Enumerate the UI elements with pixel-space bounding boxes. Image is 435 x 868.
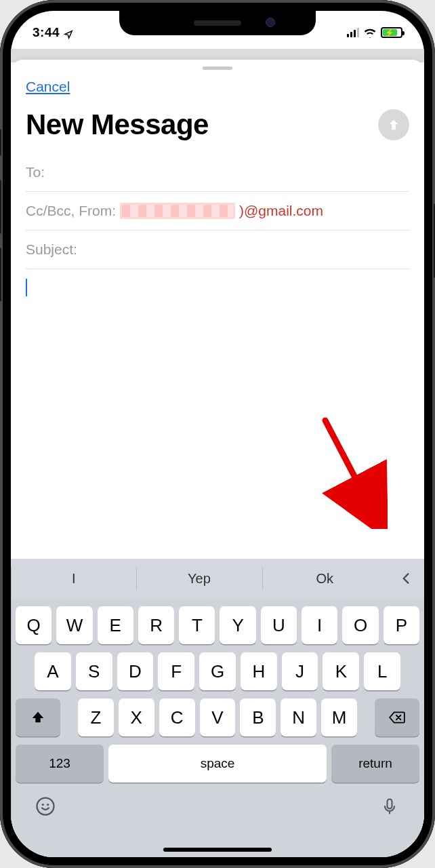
chevron-left-icon xyxy=(399,572,413,585)
key-t[interactable]: T xyxy=(179,606,215,644)
svg-point-2 xyxy=(47,804,49,806)
suggestion-2[interactable]: Yep xyxy=(136,559,262,598)
text-caret xyxy=(26,279,27,296)
dictation-button[interactable] xyxy=(378,795,401,818)
key-p[interactable]: P xyxy=(384,606,419,644)
microphone-icon xyxy=(380,797,399,816)
annotation-arrow xyxy=(313,414,388,529)
key-d[interactable]: D xyxy=(117,652,154,690)
key-e[interactable]: E xyxy=(98,606,133,644)
cc-bcc-from-label: Cc/Bcc, From: xyxy=(26,203,116,219)
emoji-button[interactable] xyxy=(34,795,57,818)
key-j[interactable]: J xyxy=(282,652,318,690)
key-l[interactable]: L xyxy=(364,652,400,690)
notch xyxy=(119,11,316,35)
suggestion-bar: I Yep Ok xyxy=(11,559,424,598)
svg-point-0 xyxy=(37,798,54,815)
subject-field[interactable]: Subject: xyxy=(26,231,409,269)
svg-rect-3 xyxy=(388,800,392,809)
key-c[interactable]: C xyxy=(159,698,195,736)
from-email-redacted xyxy=(120,203,235,219)
key-n[interactable]: N xyxy=(281,698,316,736)
message-body-input[interactable] xyxy=(11,269,424,351)
key-h[interactable]: H xyxy=(241,652,277,690)
arrow-up-icon xyxy=(386,117,401,132)
shift-icon xyxy=(30,710,45,725)
svg-point-1 xyxy=(42,804,44,806)
sheet-grabber[interactable] xyxy=(203,66,232,70)
status-time: 3:44 xyxy=(33,25,60,40)
key-q[interactable]: Q xyxy=(16,606,51,644)
key-r[interactable]: R xyxy=(138,606,174,644)
numbers-key[interactable]: 123 xyxy=(16,745,104,783)
compose-sheet: Cancel New Message To: Cc/Bcc, From: )@g… xyxy=(11,60,424,857)
return-key[interactable]: return xyxy=(331,745,419,783)
battery-icon: ⚡ xyxy=(381,27,402,38)
send-button[interactable] xyxy=(378,109,409,140)
suggestion-3[interactable]: Ok xyxy=(262,559,388,598)
backspace-key[interactable] xyxy=(375,698,419,736)
key-f[interactable]: F xyxy=(158,652,194,690)
key-y[interactable]: Y xyxy=(220,606,255,644)
key-k[interactable]: K xyxy=(323,652,359,690)
from-email-domain: )@gmail.com xyxy=(239,203,323,219)
key-x[interactable]: X xyxy=(119,698,154,736)
suggestion-1[interactable]: I xyxy=(11,559,136,598)
to-field[interactable]: To: xyxy=(26,153,409,192)
cellular-signal-icon xyxy=(347,28,359,37)
key-v[interactable]: V xyxy=(200,698,236,736)
key-u[interactable]: U xyxy=(261,606,297,644)
subject-label: Subject: xyxy=(26,241,77,258)
shift-key[interactable] xyxy=(16,698,60,736)
key-s[interactable]: S xyxy=(76,652,112,690)
cancel-button[interactable]: Cancel xyxy=(26,79,70,95)
key-g[interactable]: G xyxy=(199,652,236,690)
emoji-icon xyxy=(35,796,56,816)
home-indicator[interactable] xyxy=(163,848,272,852)
cc-bcc-from-field[interactable]: Cc/Bcc, From: )@gmail.com xyxy=(26,192,409,231)
key-a[interactable]: A xyxy=(35,652,71,690)
location-icon xyxy=(64,28,73,37)
page-title: New Message xyxy=(26,108,209,141)
key-m[interactable]: M xyxy=(321,698,357,736)
to-label: To: xyxy=(26,164,45,180)
key-w[interactable]: W xyxy=(56,606,92,644)
backspace-icon xyxy=(388,709,406,726)
wifi-icon xyxy=(363,28,377,37)
format-bar-toggle[interactable] xyxy=(388,559,424,598)
keyboard: I Yep Ok Q W E R T Y U I O xyxy=(11,559,424,857)
space-key[interactable]: space xyxy=(108,745,327,783)
key-z[interactable]: Z xyxy=(78,698,114,736)
key-i[interactable]: I xyxy=(302,606,337,644)
key-b[interactable]: B xyxy=(240,698,276,736)
key-o[interactable]: O xyxy=(342,606,378,644)
